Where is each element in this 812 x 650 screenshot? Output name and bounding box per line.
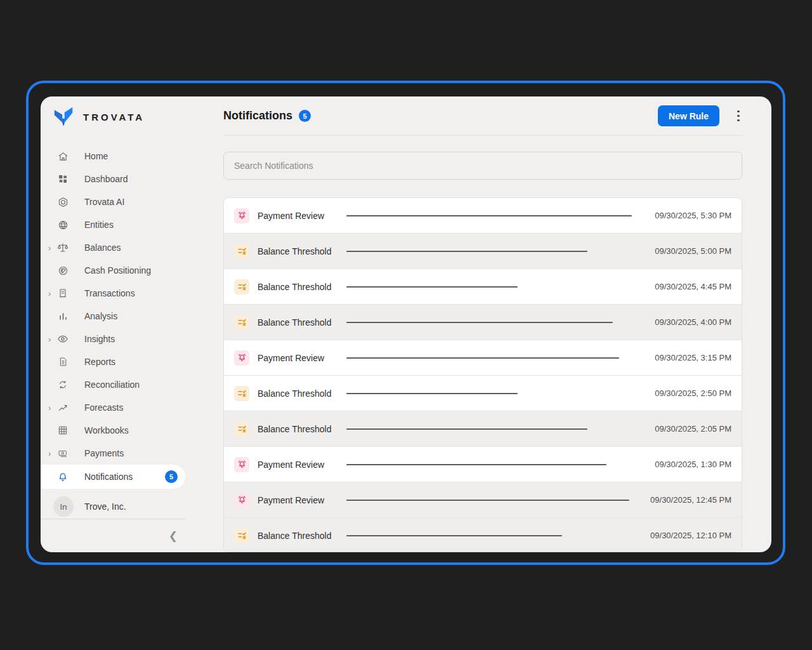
more-options-icon[interactable]	[735, 110, 742, 122]
notification-row[interactable]: Payment Review09/30/2025, 3:15 PM	[224, 340, 742, 375]
redacted-content-line	[346, 428, 587, 430]
sidebar-collapse-icon[interactable]: ❮	[169, 531, 178, 541]
sidebar-item-insights[interactable]: ›Insights	[41, 328, 223, 350]
balance-threshold-icon	[234, 315, 249, 330]
sidebar-item-payments[interactable]: ›Payments	[41, 442, 223, 465]
new-rule-button[interactable]: New Rule	[658, 105, 719, 126]
notifications-list: Payment Review09/30/2025, 5:30 PMBalance…	[223, 197, 742, 552]
transactions-icon	[57, 288, 69, 299]
notification-timestamp: 09/30/2025, 2:50 PM	[655, 388, 731, 398]
notification-title: Balance Threshold	[258, 246, 331, 256]
notification-row[interactable]: Balance Threshold09/30/2025, 5:00 PM	[224, 233, 742, 269]
trovata-logo-icon	[53, 105, 74, 128]
redacted-content-line	[346, 322, 613, 323]
analysis-icon	[57, 310, 69, 322]
notification-row[interactable]: Balance Threshold09/30/2025, 4:00 PM	[224, 304, 742, 340]
redacted-content-line	[346, 464, 606, 465]
notification-row[interactable]: Balance Threshold09/30/2025, 12:10 PM	[224, 517, 742, 552]
sidebar: TROVATA HomeDashboardTrovata AIEntities›…	[41, 96, 223, 552]
notification-timestamp: 09/30/2025, 12:10 PM	[650, 531, 731, 540]
sidebar-item-label: Cash Positioning	[84, 265, 151, 275]
balances-icon	[57, 242, 69, 253]
sidebar-item-label: Entities	[84, 220, 114, 230]
collapse-row: ❮	[41, 519, 223, 552]
entities-icon	[57, 219, 69, 230]
payment-review-icon	[234, 350, 249, 366]
sidebar-item-label: Balances	[84, 242, 121, 253]
home-icon	[57, 150, 69, 162]
redacted-content-line	[346, 500, 629, 501]
notification-timestamp: 09/30/2025, 1:30 PM	[655, 460, 731, 469]
notification-title: Balance Threshold	[258, 388, 331, 399]
sidebar-item-entities[interactable]: Entities	[41, 213, 223, 236]
sidebar-item-label: Notifications	[84, 472, 133, 482]
payment-review-icon	[234, 457, 249, 472]
sidebar-item-trovata-ai[interactable]: Trovata AI	[41, 190, 223, 213]
sidebar-item-label: Payments	[84, 448, 124, 458]
notification-title: Payment Review	[258, 460, 324, 470]
balance-threshold-icon	[234, 421, 249, 437]
balance-threshold-icon	[234, 386, 249, 401]
sidebar-item-analysis[interactable]: Analysis	[41, 305, 223, 328]
redacted-content-line	[346, 393, 518, 394]
notification-row[interactable]: Balance Threshold09/30/2025, 4:45 PM	[224, 269, 742, 304]
sidebar-item-label: Transactions	[84, 288, 135, 298]
sidebar-item-label: Insights	[84, 334, 115, 344]
sidebar-item-home[interactable]: Home	[41, 145, 223, 168]
sidebar-item-label: Forecasts	[84, 402, 123, 413]
notification-row[interactable]: Balance Threshold09/30/2025, 2:50 PM	[224, 375, 742, 411]
sidebar-item-cash-positioning[interactable]: Cash Positioning	[41, 259, 223, 282]
expand-chevron-icon[interactable]: ›	[48, 335, 57, 343]
sidebar-item-transactions[interactable]: ›Transactions	[41, 282, 223, 305]
notification-timestamp: 09/30/2025, 4:45 PM	[655, 282, 731, 291]
notification-title: Balance Threshold	[258, 317, 331, 328]
sidebar-item-label: Analysis	[84, 311, 117, 321]
notification-title: Balance Threshold	[258, 531, 331, 541]
workbooks-icon	[57, 425, 69, 436]
expand-chevron-icon[interactable]: ›	[48, 404, 57, 412]
avatar: In	[53, 496, 74, 517]
notification-row[interactable]: Payment Review09/30/2025, 1:30 PM	[224, 446, 742, 482]
payment-review-icon	[234, 493, 249, 508]
cash-positioning-icon	[57, 265, 69, 276]
expand-chevron-icon[interactable]: ›	[48, 244, 57, 252]
balance-threshold-icon	[234, 528, 249, 543]
account-name: Trove, Inc.	[84, 501, 126, 512]
redacted-content-line	[346, 251, 587, 252]
notification-row[interactable]: Payment Review09/30/2025, 5:30 PM	[224, 198, 742, 233]
redacted-content-line	[346, 357, 619, 359]
notification-row[interactable]: Balance Threshold09/30/2025, 2:05 PM	[224, 411, 742, 446]
sidebar-item-label: Dashboard	[84, 174, 128, 184]
sidebar-item-balances[interactable]: ›Balances	[41, 236, 223, 259]
expand-chevron-icon[interactable]: ›	[48, 289, 57, 298]
account-row[interactable]: In Trove, Inc.	[41, 495, 223, 518]
reconciliation-icon	[57, 379, 69, 390]
dashboard-icon	[57, 173, 69, 185]
sidebar-item-label: Home	[84, 151, 108, 161]
sidebar-item-reconciliation[interactable]: Reconciliation	[41, 373, 223, 396]
sidebar-item-reports[interactable]: Reports	[41, 350, 223, 373]
notification-title: Payment Review	[258, 495, 324, 505]
notification-title: Balance Threshold	[258, 282, 331, 292]
payment-review-icon	[234, 208, 249, 223]
notification-row[interactable]: Payment Review09/30/2025, 12:45 PM	[224, 482, 742, 517]
sidebar-item-forecasts[interactable]: ›Forecasts	[41, 396, 223, 419]
notification-title: Payment Review	[258, 353, 324, 363]
expand-chevron-icon[interactable]: ›	[48, 449, 57, 458]
sidebar-item-workbooks[interactable]: Workbooks	[41, 419, 223, 442]
forecasts-icon	[57, 402, 69, 413]
notification-timestamp: 09/30/2025, 2:05 PM	[655, 424, 731, 434]
payments-icon	[57, 448, 69, 459]
app-window: TROVATA HomeDashboardTrovata AIEntities›…	[41, 96, 771, 552]
sidebar-item-label: Workbooks	[84, 425, 129, 435]
balance-threshold-icon	[234, 279, 249, 295]
sidebar-item-dashboard[interactable]: Dashboard	[41, 168, 223, 190]
brand-name: TROVATA	[83, 112, 145, 123]
notifications-icon	[57, 471, 69, 482]
search-input[interactable]	[223, 152, 742, 180]
sidebar-item-label: Reconciliation	[84, 380, 140, 390]
main-content: Notifications 5 New Rule Payment Review0…	[223, 96, 771, 552]
notification-timestamp: 09/30/2025, 12:45 PM	[650, 495, 731, 505]
redacted-content-line	[346, 215, 632, 216]
sidebar-item-notifications[interactable]: Notifications5	[41, 465, 185, 489]
